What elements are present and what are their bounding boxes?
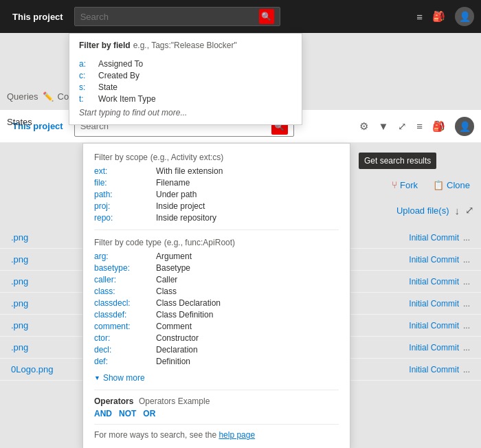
top-nav-bar: This project 🔍 ≡ 🎒 👤 [0,0,481,33]
top-nav-search-input[interactable] [80,12,255,22]
code-key-ctor[interactable]: ctor: [94,333,156,343]
download-icon[interactable]: ↓ [455,205,460,216]
code-key-basetype[interactable]: basetype: [94,263,156,273]
commit-link[interactable]: Initial Commit [409,343,459,352]
code-key-class[interactable]: class: [94,287,156,296]
more-dots[interactable]: ... [463,255,470,265]
file-name[interactable]: 0Logo.png [11,364,93,374]
code-row-classdef: classdef: Class Definition [94,310,339,320]
commit-link[interactable]: Initial Commit [409,321,459,331]
scope-section-hint: (e.g., Activity ext:cs) [150,153,224,162]
filter-label-s: State [98,82,118,92]
sub-nav-briefcase-icon[interactable]: 🎒 [432,120,445,133]
show-more-button[interactable]: Show more [94,373,339,383]
help-page-link[interactable]: help page [219,430,255,440]
code-key-caller[interactable]: caller: [94,275,156,284]
more-dots[interactable]: ... [463,321,470,331]
sub-nav-list-icon[interactable]: ≡ [416,120,423,132]
code-key-comment[interactable]: comment: [94,322,156,331]
expand-repo-icon[interactable]: ⤢ [465,204,474,216]
code-label-arg: Argument [156,251,192,261]
commit-link[interactable]: Initial Commit [409,299,459,309]
operators-section: Operators Operators Example AND NOT OR [94,390,339,418]
states-sidebar-label: States [7,117,32,127]
file-name[interactable]: .png [11,276,93,287]
sub-nav-expand-icon[interactable]: ⤢ [398,120,407,133]
commit-link[interactable]: Initial Commit [409,233,459,243]
more-dots[interactable]: ... [463,299,470,309]
states-text: States [7,117,32,127]
code-key-classdecl[interactable]: classdecl: [94,298,156,308]
commit-link[interactable]: Initial Commit [409,255,459,265]
filter-key-t[interactable]: t: [79,94,93,104]
code-row-class: class: Class [94,287,339,296]
operators-title: Operators [94,396,133,406]
fork-button[interactable]: ⑂ Fork [388,177,422,193]
upload-area: Upload file(s) ↓ ⤢ [396,204,474,216]
tooltip-text: Get search results [364,156,431,166]
search-results-tooltip: Get search results [359,153,436,169]
scope-key-repo[interactable]: repo: [94,213,156,223]
code-key-classdef[interactable]: classdef: [94,310,156,320]
fork-label: Fork [400,180,418,190]
top-nav-search-icon[interactable]: 🔍 [259,9,274,24]
file-name[interactable]: .png [11,232,93,243]
sub-nav-filter-icon[interactable]: ▼ [378,120,388,132]
file-name[interactable]: .png [11,320,93,331]
file-name[interactable]: .png [11,254,93,265]
file-name[interactable]: .png [11,342,93,352]
scope-section: Filter by scope (e.g., Activity ext:cs) … [94,152,339,223]
operators-example: Operators Example [139,396,210,406]
file-name[interactable]: .png [11,298,93,309]
operator-or[interactable]: OR [143,409,155,418]
start-typing-hint: Start typing to find out more... [79,108,292,117]
scope-key-file[interactable]: file: [94,178,156,188]
file-commit-info: Initial Commit ... [409,255,470,265]
avatar-icon[interactable]: 👤 [455,7,474,26]
briefcase-icon[interactable]: 🎒 [432,10,445,23]
filter-row-s: s: State [79,82,292,92]
filter-by-field-hint: e.g., Tags:"Release Blocker" [133,41,237,50]
repo-toolbar: ⑂ Fork 📋 Clone [388,177,474,193]
help-text-label: For more ways to search, see the [94,430,216,440]
filter-key-c[interactable]: c: [79,71,93,80]
scope-key-proj[interactable]: proj: [94,201,156,211]
top-nav-search-container: 🔍 [74,7,280,26]
code-label-ctor: Constructor [156,333,199,343]
scope-label-proj: Inside project [156,201,205,211]
help-text-area: For more ways to search, see the help pa… [94,424,339,440]
list-icon[interactable]: ≡ [416,11,423,23]
fork-icon: ⑂ [392,179,397,190]
scope-row-path: path: Under path [94,190,339,199]
code-label-comment: Comment [156,322,192,331]
code-key-decl[interactable]: decl: [94,345,156,355]
scope-row-ext: ext: With file extension [94,166,339,176]
top-nav-project-button[interactable]: This project [7,9,69,25]
scope-key-path[interactable]: path: [94,190,156,199]
filter-label-c: Created By [98,71,139,80]
filter-key-a[interactable]: a: [79,59,93,69]
filter-config-icon[interactable]: Co [58,91,69,102]
more-dots[interactable]: ... [463,233,470,243]
more-dots[interactable]: ... [463,277,470,287]
clone-button[interactable]: 📋 Clone [429,177,474,193]
sub-nav-settings-icon[interactable]: ⚙ [359,120,368,133]
code-label-def: Definition [156,357,190,366]
filter-row-t: t: Work Item Type [79,94,292,104]
upload-files-link[interactable]: Upload file(s) [396,205,449,216]
code-key-def[interactable]: def: [94,357,156,366]
filter-dropdown-1: Filter by field e.g., Tags:"Release Bloc… [69,33,302,125]
operator-and[interactable]: AND [94,409,112,418]
sub-nav-avatar[interactable]: 👤 [455,117,474,136]
scope-key-ext[interactable]: ext: [94,166,156,176]
operator-not[interactable]: NOT [119,409,136,418]
more-dots[interactable]: ... [463,343,470,352]
commit-link[interactable]: Initial Commit [409,277,459,287]
scope-row-proj: proj: Inside project [94,201,339,211]
more-dots[interactable]: ... [463,365,470,374]
pen-icon[interactable]: ✏️ [43,91,54,102]
code-key-arg[interactable]: arg: [94,251,156,261]
commit-link[interactable]: Initial Commit [409,365,459,374]
scope-label-file: Filename [156,178,190,188]
filter-key-s[interactable]: s: [79,82,93,92]
